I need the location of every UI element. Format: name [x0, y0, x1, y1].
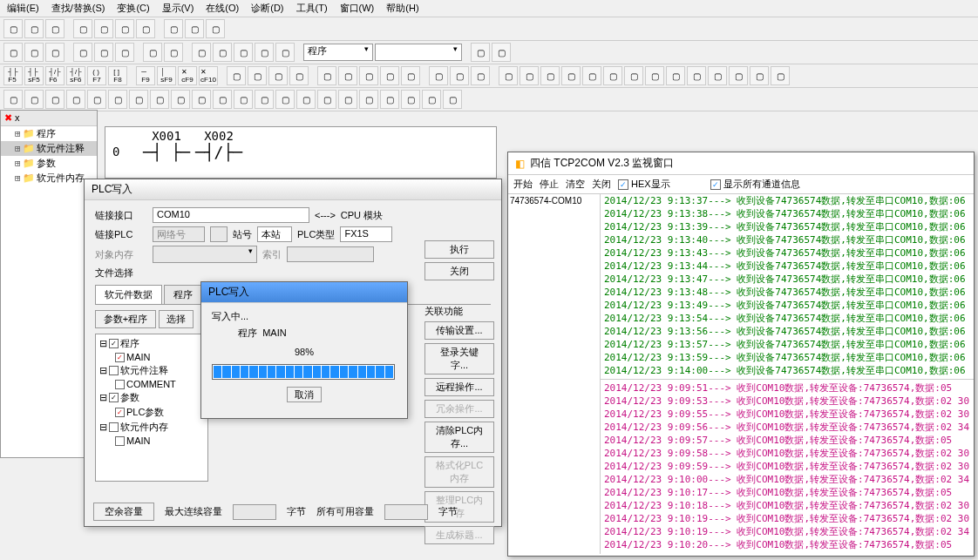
tbtn[interactable]: ▢ [471, 43, 490, 62]
tbtn[interactable]: ▢ [115, 19, 134, 38]
menu-convert[interactable]: 变换(C) [117, 2, 149, 15]
select-button[interactable]: 选择 [159, 310, 194, 328]
contact-x002[interactable]: X002─┤∕├─ [193, 129, 245, 161]
param-program-button[interactable]: 参数+程序 [95, 310, 156, 328]
tbtn[interactable]: ▢ [645, 66, 664, 85]
tbtn[interactable]: ▢ [422, 90, 441, 109]
tbtn[interactable]: ▢ [275, 90, 295, 109]
tbtn[interactable]: ▢ [164, 19, 183, 38]
tbtn[interactable]: ▢ [429, 66, 448, 85]
tbtn[interactable]: ▢ [729, 66, 748, 85]
tbtn[interactable]: ▢ [338, 90, 357, 109]
clear-button[interactable]: 清空 [566, 178, 585, 191]
tbtn[interactable]: ▢ [248, 66, 267, 85]
tbtn[interactable]: ▢ [561, 66, 581, 85]
tbtn[interactable]: ▢ [108, 90, 127, 109]
tab-program[interactable]: 程序 [164, 285, 202, 304]
device-item[interactable]: 74736574-COM10 [510, 196, 598, 206]
tbtn[interactable]: ▢ [708, 66, 727, 85]
tbtn[interactable]: ▢ [45, 43, 65, 62]
tbtn[interactable]: ▢ [317, 90, 336, 109]
file-tree-main2[interactable]: MAIN [98, 435, 206, 447]
menu-help[interactable]: 帮助(H) [386, 2, 418, 15]
tbtn[interactable]: ▢ [3, 43, 23, 62]
tbtn[interactable]: ▢ [24, 19, 44, 38]
tbtn[interactable]: ▢ [771, 66, 790, 85]
combo2[interactable] [375, 44, 462, 61]
menu-view[interactable]: 显示(V) [162, 2, 194, 15]
tree-program[interactable]: ⊞📁 程序 [1, 126, 97, 141]
tbtn[interactable]: ▢ [234, 90, 253, 109]
tbtn[interactable]: ▢ [94, 19, 113, 38]
show-all-checkbox[interactable]: ✓显示所有通道信息 [710, 178, 800, 191]
menu-window[interactable]: 窗口(W) [340, 2, 375, 15]
tbtn[interactable]: ┤/├F6 [45, 66, 65, 85]
tbtn[interactable]: ▢ [359, 90, 378, 109]
start-button[interactable]: 开始 [513, 178, 533, 191]
tbtn[interactable]: ▢ [750, 66, 769, 85]
tbtn[interactable]: ▢ [129, 90, 148, 109]
log-panel[interactable]: 2014/12/23 9:13:37---> 收到设备74736574数据,转发… [601, 194, 974, 554]
tbtn[interactable]: ▢ [520, 66, 539, 85]
tbtn[interactable]: ▢ [380, 66, 399, 85]
program-combo[interactable]: 程序 [303, 44, 373, 61]
tbtn[interactable]: ▢ [289, 66, 309, 85]
contact-x001[interactable]: X001─┤ ├─ [140, 129, 193, 161]
tbtn[interactable]: ▢ [115, 43, 134, 62]
tbtn[interactable]: ✕cF9 [178, 66, 197, 85]
file-tree-device-comment[interactable]: ⊟ 软元件注释 [98, 363, 206, 378]
ladder-editor[interactable]: 0 X001─┤ ├─ X002─┤∕├─ [105, 126, 497, 179]
close-button[interactable]: 关闭 [592, 178, 611, 191]
file-tree-plc-param[interactable]: ✓ PLC参数 [98, 405, 206, 420]
tbtn[interactable]: ▢ [603, 66, 622, 85]
tbtn[interactable]: ▢ [192, 90, 211, 109]
close-button[interactable]: 关闭 [424, 262, 494, 280]
tbtn[interactable]: ▢ [171, 90, 190, 109]
menu-search[interactable]: 查找/替换(S) [51, 2, 105, 15]
tbtn[interactable]: ▢ [192, 43, 211, 62]
tbtn[interactable]: ▢ [213, 43, 232, 62]
tbtn[interactable]: ▢ [234, 43, 253, 62]
tbtn[interactable]: ▢ [499, 66, 518, 85]
cancel-button[interactable]: 取消 [287, 387, 322, 402]
menu-tools[interactable]: 工具(T) [296, 2, 328, 15]
tbtn[interactable]: ▢ [401, 90, 420, 109]
menu-edit[interactable]: 编辑(E) [7, 2, 39, 15]
clear-plc-mem-button[interactable]: 清除PLC内存... [424, 422, 494, 453]
stop-button[interactable]: 停止 [540, 178, 559, 191]
tbtn[interactable]: ▢ [73, 43, 92, 62]
tbtn[interactable]: ▢ [255, 43, 274, 62]
format-plc-mem-button[interactable]: 格式化PLC内存 [424, 456, 494, 488]
file-tree-main[interactable]: ✓ MAIN [98, 351, 206, 363]
file-tree-param[interactable]: ⊟✓ 参数 [98, 390, 206, 405]
tree-device-comment[interactable]: ⊞📁 软元件注释 [1, 141, 97, 156]
file-tree-program[interactable]: ⊟✓ 程序 [98, 336, 206, 351]
tbtn[interactable]: ▢ [624, 66, 643, 85]
tbtn[interactable]: [ ]F8 [108, 66, 127, 85]
tbtn[interactable]: ▢ [540, 66, 560, 85]
file-tree-device-mem[interactable]: ⊟ 软元件内存 [98, 420, 206, 435]
tbtn[interactable]: ▢ [687, 66, 706, 85]
tbtn[interactable]: ┤/├sF6 [66, 66, 85, 85]
tbtn[interactable]: ▢ [296, 90, 316, 109]
tbtn[interactable]: ┤├sF5 [24, 66, 44, 85]
tbtn[interactable]: ▢ [666, 66, 685, 85]
tbtn[interactable]: ▢ [401, 66, 420, 85]
tbtn[interactable]: ─F9 [136, 66, 155, 85]
tbtn[interactable]: ▢ [275, 43, 295, 62]
tbtn[interactable]: ( )F7 [87, 66, 106, 85]
tbtn[interactable]: ┤├F5 [3, 66, 23, 85]
tbtn[interactable]: ▢ [359, 66, 378, 85]
transfer-settings-button[interactable]: 传输设置... [424, 321, 494, 340]
execute-button[interactable]: 执行 [424, 240, 494, 259]
tbtn[interactable]: │sF9 [157, 66, 176, 85]
tbtn[interactable]: ▢ [582, 66, 601, 85]
tbtn[interactable]: ▢ [45, 19, 65, 38]
tbtn[interactable]: ▢ [255, 90, 274, 109]
tbtn[interactable]: ▢ [380, 90, 399, 109]
menu-diagnostics[interactable]: 诊断(D) [251, 2, 283, 15]
tbtn[interactable]: ▢ [164, 43, 183, 62]
tbtn[interactable]: ▢ [338, 66, 357, 85]
tbtn[interactable]: ▢ [87, 90, 106, 109]
tree-device-mem[interactable]: ⊞📁 软元件内存 [1, 171, 97, 186]
